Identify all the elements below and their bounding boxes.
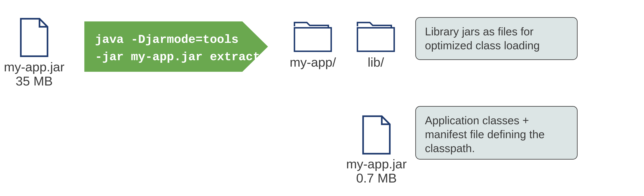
folder-icon	[292, 19, 333, 54]
output-folder-lib: lib/	[352, 19, 399, 69]
input-size: 35 MB	[0, 74, 68, 88]
command-line-2: -jar my-app.jar extract	[95, 50, 260, 64]
command-arrow: java -Djarmode=tools -jar my-app.jar ext…	[84, 21, 268, 72]
lib-description-text: Library jars as files for optimized clas…	[425, 25, 568, 52]
output-folder-lib-label: lib/	[352, 55, 399, 69]
file-icon	[360, 115, 392, 155]
jar-description-text: Application classes + manifest file defi…	[425, 114, 568, 155]
output-jar-size: 0.7 MB	[339, 171, 414, 185]
lib-description-box: Library jars as files for optimized clas…	[415, 17, 578, 60]
svg-rect-1	[358, 28, 394, 51]
output-jar-name: my-app.jar	[339, 157, 414, 171]
svg-rect-0	[294, 28, 331, 51]
output-folder-app: my-app/	[280, 19, 346, 69]
folder-icon	[356, 19, 396, 54]
jar-description-box: Application classes + manifest file defi…	[415, 106, 578, 160]
output-folder-app-label: my-app/	[280, 55, 346, 69]
input-file-block: my-app.jar 35 MB	[0, 17, 68, 88]
command-text: java -Djarmode=tools -jar my-app.jar ext…	[95, 31, 260, 66]
input-filename: my-app.jar	[0, 60, 68, 74]
output-jar-block: my-app.jar 0.7 MB	[339, 115, 414, 185]
command-line-1: java -Djarmode=tools	[95, 33, 238, 46]
file-icon	[18, 17, 50, 58]
